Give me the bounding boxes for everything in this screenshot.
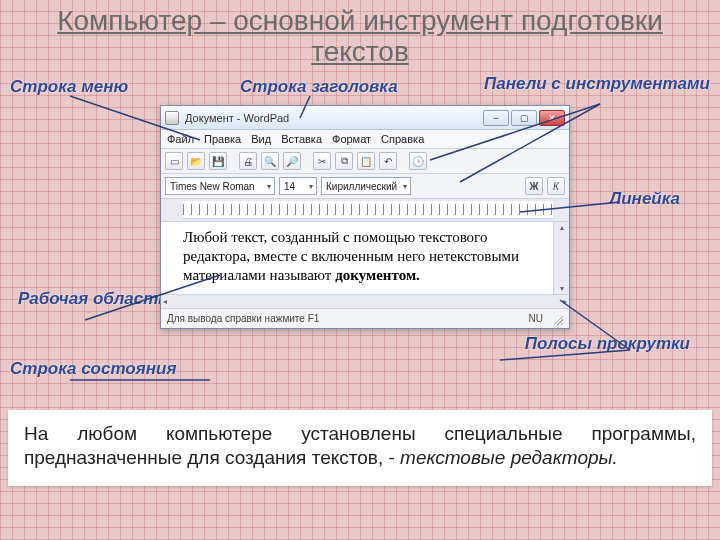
callout-titlebar: Строка заголовка (240, 78, 398, 97)
wordpad-window: Документ - WordPad – ▢ ✕ Файл Правка Вид… (160, 105, 570, 329)
callout-toolbars: Панели с инструментами (484, 75, 710, 94)
horizontal-scrollbar[interactable]: ◂▸ (161, 294, 569, 308)
status-text: Для вывода справки нажмите F1 (167, 313, 319, 324)
menu-view[interactable]: Вид (251, 133, 271, 145)
datetime-icon[interactable]: 🕓 (409, 152, 427, 170)
callout-scrollbars: Полосы прокрутки (525, 335, 690, 354)
ruler[interactable] (183, 201, 553, 219)
menu-edit[interactable]: Правка (204, 133, 241, 145)
doc-body-term: документом. (335, 267, 420, 283)
find-icon[interactable]: 🔎 (283, 152, 301, 170)
slide-paragraph: На любом компьютере установлены специаль… (8, 410, 712, 486)
menu-insert[interactable]: Вставка (281, 133, 322, 145)
size-combo[interactable]: 14 (279, 177, 317, 195)
menu-help[interactable]: Справка (381, 133, 424, 145)
document-area[interactable]: Любой текст, созданный с помощью текстов… (161, 222, 553, 294)
undo-icon[interactable]: ↶ (379, 152, 397, 170)
callout-ruler: Линейка (610, 190, 680, 209)
new-icon[interactable]: ▭ (165, 152, 183, 170)
save-icon[interactable]: 💾 (209, 152, 227, 170)
menu-file[interactable]: Файл (167, 133, 194, 145)
vertical-scrollbar[interactable] (553, 222, 569, 294)
charset-combo[interactable]: Кириллический (321, 177, 411, 195)
slide-title: Компьютер – основной инструмент подготов… (0, 0, 720, 68)
minimize-button[interactable]: – (483, 110, 509, 126)
titlebar[interactable]: Документ - WordPad – ▢ ✕ (161, 106, 569, 130)
close-button[interactable]: ✕ (539, 110, 565, 126)
app-icon (165, 111, 179, 125)
menu-format[interactable]: Формат (332, 133, 371, 145)
standard-toolbar: ▭ 📂 💾 🖨 🔍 🔎 ✂ ⧉ 📋 ↶ 🕓 (161, 149, 569, 174)
print-icon[interactable]: 🖨 (239, 152, 257, 170)
font-combo[interactable]: Times New Roman (165, 177, 275, 195)
window-title: Документ - WordPad (185, 112, 483, 124)
italic-button[interactable]: К (547, 177, 565, 195)
callout-menu: Строка меню (10, 78, 128, 97)
copy-icon[interactable]: ⧉ (335, 152, 353, 170)
bold-button[interactable]: Ж (525, 177, 543, 195)
format-toolbar: Times New Roman 14 Кириллический Ж К (161, 174, 569, 199)
cut-icon[interactable]: ✂ (313, 152, 331, 170)
paste-icon[interactable]: 📋 (357, 152, 375, 170)
preview-icon[interactable]: 🔍 (261, 152, 279, 170)
menu-bar: Файл Правка Вид Вставка Формат Справка (161, 130, 569, 149)
status-indicator: NU (529, 313, 543, 324)
maximize-button[interactable]: ▢ (511, 110, 537, 126)
para-term: текстовые редакторы. (400, 447, 618, 468)
resize-grip-icon[interactable] (551, 313, 563, 325)
callout-workarea: Рабочая область (18, 290, 168, 309)
open-icon[interactable]: 📂 (187, 152, 205, 170)
callout-statusbar: Строка состояния (10, 360, 176, 379)
status-bar: Для вывода справки нажмите F1 NU (161, 308, 569, 328)
